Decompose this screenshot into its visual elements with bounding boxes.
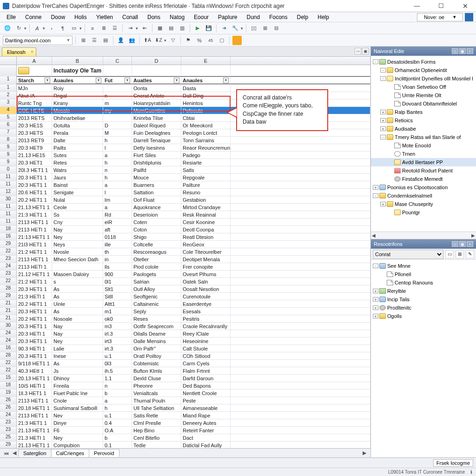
cell[interactable]: Orn Palfr'' — [132, 345, 181, 352]
cell[interactable]: a — [103, 152, 132, 159]
cell[interactable]: Buarners — [132, 181, 181, 188]
cell[interactable]: Dact — [181, 434, 231, 441]
menu-item[interactable]: Yietlen — [93, 13, 117, 21]
tree-node[interactable]: -Orhameckt Optieneintit — [371, 66, 476, 74]
sheet-title[interactable]: Inctuatoy Ole Tam — [52, 65, 103, 76]
cell[interactable]: Cnole — [52, 397, 103, 404]
cell[interactable]: lls — [103, 263, 132, 270]
column-header[interactable]: B — [52, 57, 103, 65]
column-header[interactable]: C — [103, 57, 132, 65]
row-header[interactable]: 21 — [0, 308, 17, 315]
cell[interactable]: 90.3 HETl 1 — [17, 345, 52, 352]
num-icon[interactable]: 45 — [206, 36, 215, 45]
cell[interactable]: b — [103, 434, 132, 441]
cell[interactable]: Roiy — [52, 85, 103, 92]
cell[interactable]: Peotogn Lontct — [181, 129, 231, 136]
cell[interactable]: Deneery Autes — [181, 419, 231, 426]
cell[interactable]: Gestabion — [181, 196, 231, 203]
cell[interactable]: Nulal — [52, 196, 103, 203]
tree-node[interactable]: +Poonius es Clpootsocation — [371, 183, 476, 192]
cell[interactable]: ReoGeox — [181, 241, 231, 248]
tree-node[interactable]: -Condernkselnalmell — [371, 192, 476, 200]
row-header[interactable]: 1 — [0, 76, 17, 84]
cell[interactable]: Pheonre — [132, 382, 181, 389]
cell[interactable]: Deotl Coonpa — [181, 226, 231, 233]
cell[interactable]: ih.5 — [103, 367, 132, 374]
cell[interactable]: Senigate — [52, 189, 103, 196]
cell[interactable]: Venialtcals — [132, 390, 181, 397]
cell[interactable]: Coton — [132, 226, 181, 233]
cell[interactable]: 20:3 HE1S — [17, 122, 52, 129]
pane-max-icon[interactable]: ▣ — [459, 241, 466, 247]
cell[interactable]: 20.3 HET1 1 — [17, 308, 52, 315]
cell[interactable]: Compubion — [52, 442, 103, 448]
tree-node[interactable]: +Incip Talis — [371, 295, 476, 304]
cell[interactable]: Coten — [132, 218, 181, 225]
cell[interactable]: 1.1 — [103, 375, 132, 382]
cell[interactable]: Fuin Deelaglnes — [132, 129, 181, 136]
tree-expander-icon[interactable]: + — [373, 297, 378, 302]
cell[interactable]: 20.13 HET1 1 — [17, 375, 52, 382]
cell[interactable]: 20.3 HET1 1 — [17, 285, 52, 292]
cell[interactable]: 0l1 — [103, 278, 132, 285]
row-header[interactable]: 2 — [0, 92, 17, 99]
menu-item[interactable]: Natog — [166, 13, 188, 21]
cell[interactable]: b — [103, 390, 132, 397]
cell[interactable]: Mesale — [52, 107, 103, 114]
tree-node[interactable]: -See Mnne — [371, 262, 476, 270]
cell[interactable]: As — [52, 308, 103, 315]
cell[interactable]: Ull Tahe Seltiation — [132, 404, 181, 411]
cell[interactable]: MJn — [17, 85, 52, 92]
menu-right-button[interactable] — [465, 13, 473, 21]
cell[interactable]: 20.3 HET1 1 — [17, 323, 52, 330]
column-header[interactable]: A — [17, 57, 52, 65]
tree-node[interactable]: +Prodltenitc — [371, 304, 476, 312]
tree-node[interactable]: Mote Enoold — [371, 141, 476, 150]
cell[interactable]: Reteirt Fanter — [181, 427, 231, 434]
cell[interactable]: Runtc Tng — [17, 99, 52, 106]
cell[interactable]: Darrell Tenaique — [132, 137, 181, 144]
cell[interactable]: h — [103, 404, 132, 411]
row-header[interactable]: 29 — [0, 293, 17, 300]
sheet-tab[interactable]: Saterglion — [18, 449, 52, 457]
cell[interactable]: Dexld Cluse — [132, 375, 181, 382]
cell[interactable]: Nentlett Croole — [181, 390, 231, 397]
cell[interactable]: Oalle Mensins — [132, 337, 181, 344]
tree-node[interactable]: Reotold Rodurt Patent — [371, 166, 476, 175]
tree-node[interactable]: +Audisabe — [371, 125, 476, 133]
tree-node[interactable]: Avdd Iliertaser PP — [371, 158, 476, 166]
cell[interactable]: 20.3 HET1 1 — [17, 337, 52, 344]
cell[interactable]: Outl Alloy — [132, 285, 181, 292]
cell[interactable]: m3 — [103, 323, 132, 330]
font-icon[interactable]: A — [33, 24, 42, 33]
cell[interactable]: Rngal — [52, 92, 103, 99]
row-header[interactable]: 0 — [0, 166, 17, 173]
tree-node[interactable]: Centop Ranouns — [371, 278, 476, 287]
row-header[interactable]: 30 — [0, 323, 17, 330]
cell[interactable]: Curenotoule — [181, 293, 231, 300]
cell[interactable]: irt3 — [103, 337, 132, 344]
orange-icon[interactable] — [232, 36, 242, 45]
cell[interactable]: Ceole — [52, 204, 103, 211]
cell[interactable]: Flalm Frtnnt — [181, 367, 231, 374]
tree-node[interactable]: -Tmery Ratss wil tlan Slarle of — [371, 133, 476, 141]
cell[interactable]: 40.3 HEtI 1 — [17, 367, 52, 374]
tree-node[interactable]: +Rerylble — [371, 287, 476, 295]
resource-btn2-icon[interactable]: ⊞ — [456, 250, 464, 258]
tree-node[interactable]: +Retioics — [371, 116, 476, 125]
cell[interactable]: Jaurs — [52, 174, 103, 181]
cell[interactable]: Craole Recalnranlly — [181, 323, 231, 330]
cell[interactable]: Carm Cyels — [181, 360, 231, 367]
cell[interactable]: Repgoale — [181, 174, 231, 181]
cell[interactable]: Fivrt Siles — [132, 152, 181, 159]
cell[interactable]: Dinye — [52, 419, 103, 426]
filter-icon[interactable]: ▾ — [96, 78, 101, 83]
cell[interactable]: 900 — [103, 271, 132, 278]
cell[interactable]: Nay — [52, 323, 103, 330]
cell[interactable]: Deserioion — [132, 211, 181, 218]
align-left-icon[interactable]: ≡ — [88, 24, 97, 33]
row-header[interactable] — [0, 65, 17, 76]
cell[interactable]: ok0 — [103, 315, 132, 322]
minimize-button[interactable]: ― — [409, 1, 425, 11]
arrow-icon[interactable]: ➜ — [219, 24, 229, 33]
